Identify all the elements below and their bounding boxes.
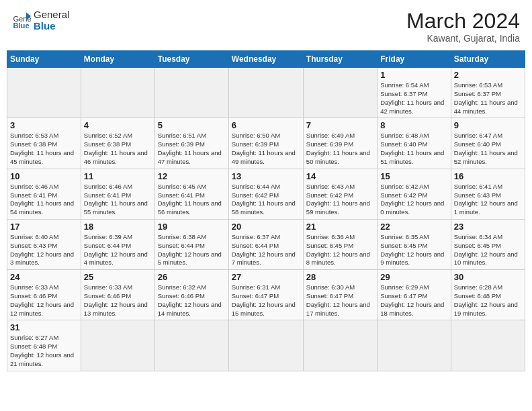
day-info: Sunrise: 6:46 AM Sunset: 6:41 PM Dayligh… (10, 183, 78, 217)
calendar-cell (154, 320, 228, 371)
day-info: Sunrise: 6:35 AM Sunset: 6:45 PM Dayligh… (380, 233, 447, 267)
calendar-cell: 8Sunrise: 6:48 AM Sunset: 6:40 PM Daylig… (378, 118, 451, 169)
calendar-cell: 6Sunrise: 6:50 AM Sunset: 6:39 PM Daylig… (228, 118, 303, 169)
week-row-2: 3Sunrise: 6:53 AM Sunset: 6:38 PM Daylig… (7, 118, 525, 169)
day-info: Sunrise: 6:47 AM Sunset: 6:40 PM Dayligh… (454, 132, 522, 166)
subtitle: Kawant, Gujarat, India (406, 33, 520, 44)
calendar-cell: 21Sunrise: 6:36 AM Sunset: 6:45 PM Dayli… (303, 219, 377, 269)
day-info: Sunrise: 6:42 AM Sunset: 6:42 PM Dayligh… (380, 183, 447, 217)
day-info: Sunrise: 6:28 AM Sunset: 6:48 PM Dayligh… (454, 283, 522, 318)
day-info: Sunrise: 6:43 AM Sunset: 6:42 PM Dayligh… (306, 183, 374, 217)
weekday-sunday: Sunday (7, 51, 81, 68)
day-info: Sunrise: 6:41 AM Sunset: 6:43 PM Dayligh… (454, 183, 522, 217)
logo: General Blue General Blue (12, 9, 69, 32)
calendar-cell (451, 320, 525, 371)
week-row-4: 17Sunrise: 6:40 AM Sunset: 6:43 PM Dayli… (7, 219, 525, 269)
day-number: 3 (10, 120, 78, 130)
logo-icon: General Blue (12, 11, 31, 30)
header: General Blue General Blue March 2024 Kaw… (7, 7, 525, 46)
day-info: Sunrise: 6:29 AM Sunset: 6:47 PM Dayligh… (380, 283, 447, 318)
day-info: Sunrise: 6:53 AM Sunset: 6:37 PM Dayligh… (454, 81, 522, 116)
calendar-cell (228, 320, 303, 371)
calendar-cell: 10Sunrise: 6:46 AM Sunset: 6:41 PM Dayli… (7, 169, 81, 219)
calendar-cell: 22Sunrise: 6:35 AM Sunset: 6:45 PM Dayli… (378, 219, 451, 269)
day-number: 22 (380, 222, 447, 232)
day-info: Sunrise: 6:32 AM Sunset: 6:46 PM Dayligh… (158, 283, 226, 318)
calendar-cell: 15Sunrise: 6:42 AM Sunset: 6:42 PM Dayli… (378, 169, 451, 219)
weekday-saturday: Saturday (451, 51, 525, 68)
day-number: 23 (454, 222, 522, 232)
title-area: March 2024 Kawant, Gujarat, India (406, 9, 520, 44)
calendar-cell: 19Sunrise: 6:38 AM Sunset: 6:44 PM Dayli… (154, 219, 228, 269)
calendar-cell: 3Sunrise: 6:53 AM Sunset: 6:38 PM Daylig… (7, 118, 81, 169)
day-info: Sunrise: 6:36 AM Sunset: 6:45 PM Dayligh… (306, 233, 374, 267)
day-number: 2 (454, 70, 522, 80)
week-row-1: 1Sunrise: 6:54 AM Sunset: 6:37 PM Daylig… (7, 68, 525, 118)
day-number: 29 (380, 272, 447, 282)
day-info: Sunrise: 6:50 AM Sunset: 6:39 PM Dayligh… (232, 132, 300, 166)
day-number: 19 (158, 222, 226, 232)
calendar-cell: 26Sunrise: 6:32 AM Sunset: 6:46 PM Dayli… (154, 270, 228, 320)
day-number: 14 (306, 171, 374, 181)
calendar-cell: 20Sunrise: 6:37 AM Sunset: 6:44 PM Dayli… (228, 219, 303, 269)
day-number: 25 (84, 272, 152, 282)
day-number: 20 (232, 222, 300, 232)
weekday-thursday: Thursday (303, 51, 377, 68)
day-info: Sunrise: 6:45 AM Sunset: 6:41 PM Dayligh… (158, 183, 226, 217)
calendar-cell: 7Sunrise: 6:49 AM Sunset: 6:39 PM Daylig… (303, 118, 377, 169)
calendar-cell: 23Sunrise: 6:34 AM Sunset: 6:45 PM Dayli… (451, 219, 525, 269)
weekday-header-row: SundayMondayTuesdayWednesdayThursdayFrid… (7, 51, 525, 68)
day-info: Sunrise: 6:37 AM Sunset: 6:44 PM Dayligh… (232, 233, 300, 267)
day-info: Sunrise: 6:31 AM Sunset: 6:47 PM Dayligh… (232, 283, 300, 318)
calendar-cell (7, 68, 81, 118)
calendar-cell: 25Sunrise: 6:33 AM Sunset: 6:46 PM Dayli… (81, 270, 154, 320)
calendar-cell: 28Sunrise: 6:30 AM Sunset: 6:47 PM Dayli… (303, 270, 377, 320)
calendar-cell: 4Sunrise: 6:52 AM Sunset: 6:38 PM Daylig… (81, 118, 154, 169)
day-info: Sunrise: 6:52 AM Sunset: 6:38 PM Dayligh… (84, 132, 152, 166)
day-info: Sunrise: 6:51 AM Sunset: 6:39 PM Dayligh… (158, 132, 226, 166)
day-number: 12 (158, 171, 226, 181)
day-number: 30 (454, 272, 522, 282)
day-info: Sunrise: 6:34 AM Sunset: 6:45 PM Dayligh… (454, 233, 522, 267)
calendar-cell: 27Sunrise: 6:31 AM Sunset: 6:47 PM Dayli… (228, 270, 303, 320)
day-number: 24 (10, 272, 78, 282)
day-number: 5 (158, 120, 226, 130)
day-number: 4 (84, 120, 152, 130)
day-number: 18 (84, 222, 152, 232)
weekday-friday: Friday (378, 51, 451, 68)
week-row-6: 31Sunrise: 6:27 AM Sunset: 6:48 PM Dayli… (7, 320, 525, 371)
day-number: 16 (454, 171, 522, 181)
calendar-cell (378, 320, 451, 371)
calendar-cell: 18Sunrise: 6:39 AM Sunset: 6:44 PM Dayli… (81, 219, 154, 269)
calendar-cell: 31Sunrise: 6:27 AM Sunset: 6:48 PM Dayli… (7, 320, 81, 371)
day-number: 31 (10, 322, 78, 332)
weekday-monday: Monday (81, 51, 154, 68)
calendar-cell (81, 320, 154, 371)
day-info: Sunrise: 6:48 AM Sunset: 6:40 PM Dayligh… (380, 132, 447, 166)
day-info: Sunrise: 6:27 AM Sunset: 6:48 PM Dayligh… (10, 334, 78, 368)
calendar-cell: 29Sunrise: 6:29 AM Sunset: 6:47 PM Dayli… (378, 270, 451, 320)
calendar: SundayMondayTuesdayWednesdayThursdayFrid… (7, 50, 525, 371)
day-info: Sunrise: 6:33 AM Sunset: 6:46 PM Dayligh… (84, 283, 152, 318)
day-info: Sunrise: 6:44 AM Sunset: 6:42 PM Dayligh… (232, 183, 300, 217)
calendar-cell: 30Sunrise: 6:28 AM Sunset: 6:48 PM Dayli… (451, 270, 525, 320)
calendar-cell: 13Sunrise: 6:44 AM Sunset: 6:42 PM Dayli… (228, 169, 303, 219)
day-number: 1 (380, 70, 447, 80)
day-number: 17 (10, 222, 78, 232)
day-number: 27 (232, 272, 300, 282)
calendar-cell (303, 320, 377, 371)
day-number: 13 (232, 171, 300, 181)
day-number: 8 (380, 120, 447, 130)
calendar-cell: 9Sunrise: 6:47 AM Sunset: 6:40 PM Daylig… (451, 118, 525, 169)
svg-text:Blue: Blue (13, 21, 29, 30)
calendar-cell (228, 68, 303, 118)
week-row-3: 10Sunrise: 6:46 AM Sunset: 6:41 PM Dayli… (7, 169, 525, 219)
day-number: 26 (158, 272, 226, 282)
day-info: Sunrise: 6:54 AM Sunset: 6:37 PM Dayligh… (380, 81, 447, 116)
day-number: 28 (306, 272, 374, 282)
day-info: Sunrise: 6:33 AM Sunset: 6:46 PM Dayligh… (10, 283, 78, 318)
day-info: Sunrise: 6:38 AM Sunset: 6:44 PM Dayligh… (158, 233, 226, 267)
day-number: 21 (306, 222, 374, 232)
day-number: 7 (306, 120, 374, 130)
weekday-wednesday: Wednesday (228, 51, 303, 68)
